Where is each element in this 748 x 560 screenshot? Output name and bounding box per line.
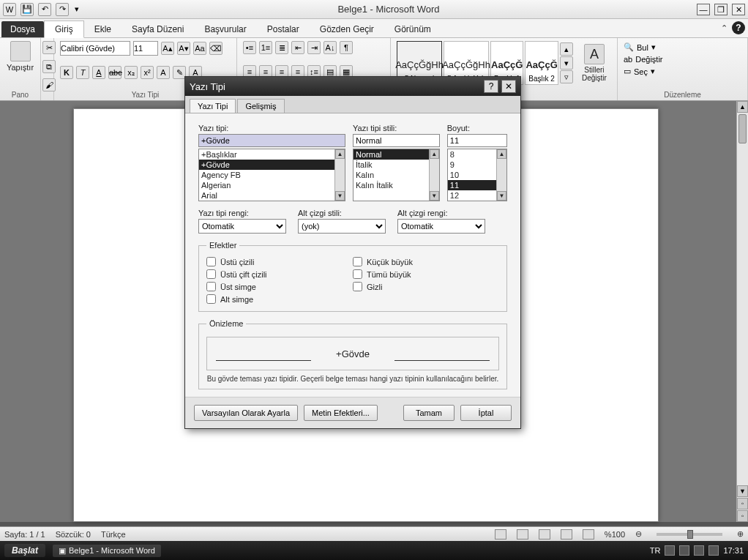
scroll-down-icon[interactable]: ▼ xyxy=(737,485,748,497)
text-effects-icon[interactable]: A xyxy=(157,66,170,79)
effect-double-strikethrough[interactable]: Üstü çift çizili xyxy=(206,268,353,280)
italic-icon[interactable]: T xyxy=(76,66,89,79)
tab-review[interactable]: Gözden Geçir xyxy=(310,21,384,37)
style-heading2[interactable]: AaÇçĞ Başlık 2 xyxy=(525,41,558,85)
select-button[interactable]: ▭Seç ▾ xyxy=(624,65,741,78)
paragraph-marks-icon[interactable]: ¶ xyxy=(340,41,353,54)
underline-icon[interactable]: A xyxy=(92,66,105,79)
superscript-icon[interactable]: x² xyxy=(141,66,154,79)
tray-icon-2[interactable] xyxy=(679,545,689,556)
font-field-input[interactable] xyxy=(198,134,345,147)
underline-color-dropdown[interactable]: Otomatik xyxy=(397,219,485,234)
undo-icon[interactable]: ↶ xyxy=(38,3,51,16)
tab-pagelayout[interactable]: Sayfa Düzeni xyxy=(121,21,194,37)
help-icon[interactable]: ? xyxy=(732,21,745,34)
view-draft-icon[interactable] xyxy=(583,529,594,540)
next-page-icon[interactable]: ◦ xyxy=(737,510,748,522)
set-default-button[interactable]: Varsayılan Olarak Ayarla xyxy=(194,405,298,421)
ribbon-minimize-icon[interactable]: ⌃ xyxy=(721,21,728,34)
subscript-icon[interactable]: x₂ xyxy=(124,66,138,79)
dialog-close-icon[interactable]: ✕ xyxy=(501,80,516,93)
underline-style-dropdown[interactable]: (yok) xyxy=(298,219,386,234)
save-icon[interactable]: 💾 xyxy=(20,3,34,16)
taskbar-item-word[interactable]: ▣ Belge1 - Microsoft Word xyxy=(53,545,161,557)
status-words[interactable]: Sözcük: 0 xyxy=(56,530,91,539)
tab-home[interactable]: Giriş xyxy=(44,20,84,38)
scroll-thumb[interactable] xyxy=(738,114,747,143)
tab-mailings[interactable]: Postalar xyxy=(257,21,310,37)
status-page[interactable]: Sayfa: 1 / 1 xyxy=(4,530,45,539)
multilevel-icon[interactable]: ≣ xyxy=(275,41,288,54)
effect-superscript[interactable]: Üst simge xyxy=(206,280,353,293)
view-web-icon[interactable] xyxy=(539,529,550,540)
view-outline-icon[interactable] xyxy=(561,529,572,540)
file-tab[interactable]: Dosya xyxy=(1,21,44,37)
styles-up-icon[interactable]: ▴ xyxy=(560,42,573,56)
zoom-percent[interactable]: %100 xyxy=(605,530,625,539)
style-list-scrollbar[interactable]: ▲▼ xyxy=(429,149,439,201)
cancel-button[interactable]: İptal xyxy=(460,405,512,421)
size-listbox[interactable]: 8 9 10 11 12 ▲▼ xyxy=(447,149,507,201)
zoom-in-icon[interactable]: ⊕ xyxy=(737,529,744,539)
font-color-dropdown[interactable]: Otomatik xyxy=(198,219,286,234)
tray-icon-3[interactable] xyxy=(694,545,704,556)
start-button[interactable]: Başlat xyxy=(4,544,45,557)
zoom-slider[interactable] xyxy=(657,533,722,536)
dialog-titlebar[interactable]: Yazı Tipi ? ✕ xyxy=(185,77,520,96)
text-effects-button[interactable]: Metin Efektleri... xyxy=(304,405,378,421)
effect-hidden[interactable]: Gizli xyxy=(353,280,499,293)
minimize-icon[interactable]: — xyxy=(697,4,710,15)
shrink-font-icon[interactable]: A▾ xyxy=(177,42,190,55)
effect-strikethrough[interactable]: Üstü çizili xyxy=(206,255,353,268)
replace-button[interactable]: abDeğiştir xyxy=(624,53,741,65)
font-name-combo[interactable] xyxy=(60,41,130,56)
font-list-scrollbar[interactable]: ▲▼ xyxy=(334,149,345,201)
bullets-icon[interactable]: •≡ xyxy=(243,41,256,54)
styles-more-icon[interactable]: ▿ xyxy=(560,70,573,83)
tray-icon-4[interactable] xyxy=(708,545,719,556)
zoom-out-icon[interactable]: ⊖ xyxy=(635,529,642,539)
tray-icon-1[interactable] xyxy=(665,545,675,556)
style-listbox[interactable]: Normal İtalik Kalın Kalın İtalik ▲▼ xyxy=(353,149,440,201)
vertical-scrollbar[interactable]: ▲ ▼ ◦ ◦ xyxy=(736,101,748,522)
find-button[interactable]: 🔍Bul ▾ xyxy=(624,41,741,53)
clear-formatting-icon[interactable]: ⌫ xyxy=(209,42,222,55)
view-print-layout-icon[interactable] xyxy=(495,529,506,540)
size-list-scrollbar[interactable]: ▲▼ xyxy=(496,149,506,201)
dialog-help-icon[interactable]: ? xyxy=(484,80,498,93)
prev-page-icon[interactable]: ◦ xyxy=(737,498,748,509)
tray-language[interactable]: TR xyxy=(650,546,661,555)
sort-icon[interactable]: A↓ xyxy=(323,41,337,54)
decrease-indent-icon[interactable]: ⇤ xyxy=(291,41,304,54)
tab-references[interactable]: Başvurular xyxy=(194,21,256,37)
zoom-slider-knob[interactable] xyxy=(687,530,693,539)
paste-button[interactable]: Yapıştır xyxy=(6,41,34,72)
effect-subscript[interactable]: Alt simge xyxy=(206,293,353,305)
close-icon[interactable]: ✕ xyxy=(732,4,745,15)
restore-icon[interactable]: ❐ xyxy=(714,4,728,15)
scroll-up-icon[interactable]: ▲ xyxy=(737,101,748,113)
font-listbox[interactable]: +Başlıklar +Gövde Agency FB Algerian Ari… xyxy=(198,149,345,201)
tray-clock[interactable]: 17:31 xyxy=(723,546,744,555)
effect-allcaps[interactable]: Tümü büyük xyxy=(353,268,499,280)
tab-insert[interactable]: Ekle xyxy=(84,21,121,37)
style-field-input[interactable] xyxy=(353,134,440,147)
styles-down-icon[interactable]: ▾ xyxy=(560,56,573,70)
dialog-tab-advanced[interactable]: Gelişmiş xyxy=(237,99,284,113)
effect-smallcaps[interactable]: Küçük büyük xyxy=(353,255,499,268)
numbering-icon[interactable]: 1≡ xyxy=(259,41,272,54)
bold-icon[interactable]: K xyxy=(60,66,73,79)
strikethrough-icon[interactable]: abc xyxy=(108,66,121,79)
dialog-tab-font[interactable]: Yazı Tipi xyxy=(190,99,236,113)
grow-font-icon[interactable]: A▴ xyxy=(161,42,174,55)
status-language[interactable]: Türkçe xyxy=(101,530,126,539)
font-size-combo[interactable] xyxy=(133,41,158,56)
ok-button[interactable]: Tamam xyxy=(403,405,455,421)
tab-view[interactable]: Görünüm xyxy=(384,21,441,37)
change-case-icon[interactable]: Aa xyxy=(193,42,206,55)
view-fullscreen-icon[interactable] xyxy=(517,529,528,540)
increase-indent-icon[interactable]: ⇥ xyxy=(307,41,321,54)
size-field-input[interactable] xyxy=(447,134,507,147)
qat-dropdown-icon[interactable]: ▾ xyxy=(73,3,81,16)
redo-icon[interactable]: ↷ xyxy=(56,3,69,16)
